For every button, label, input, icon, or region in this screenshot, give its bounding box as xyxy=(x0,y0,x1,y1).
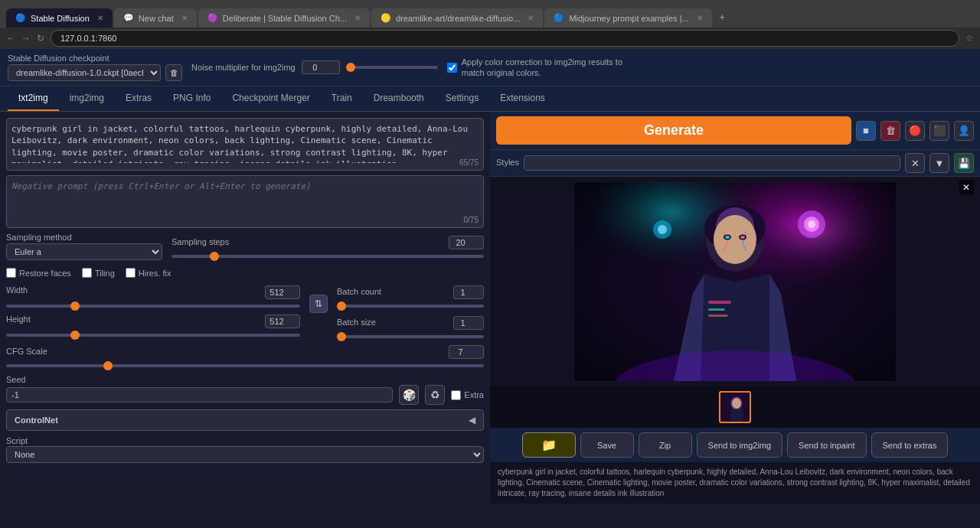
checkpoint-refresh-btn[interactable]: 🗑 xyxy=(165,64,182,81)
tiling-checkbox[interactable] xyxy=(82,268,92,278)
styles-dropdown-btn[interactable]: ▼ xyxy=(929,153,949,173)
tab-settings[interactable]: Settings xyxy=(435,86,489,111)
color-correction-checkbox[interactable] xyxy=(447,63,457,73)
prompt-counter: 65/75 xyxy=(459,158,479,167)
hires-fix-checkbox[interactable] xyxy=(126,268,136,278)
tab-title: Stable Diffusion xyxy=(31,14,90,23)
swap-dimensions-btn[interactable]: ⇅ xyxy=(309,295,328,313)
noise-slider[interactable] xyxy=(346,66,438,69)
height-slider[interactable] xyxy=(6,334,300,337)
tab-new-chat[interactable]: 💬 New chat ✕ xyxy=(114,8,197,28)
width-input[interactable] xyxy=(265,285,300,299)
reload-btn[interactable]: ↻ xyxy=(37,33,44,44)
seed-label: Seed xyxy=(6,375,26,384)
tab-favicon: 🟣 xyxy=(207,13,218,23)
tab-dreamlike[interactable]: 🟡 dreamlike-art/dreamlike-diffusio... ✕ xyxy=(371,8,543,28)
forward-btn[interactable]: → xyxy=(21,33,31,44)
tab-deliberate[interactable]: 🟣 Deliberate | Stable Diffusion Ch... ✕ xyxy=(198,8,370,28)
top-bar: Stable Diffusion checkpoint dreamlike-di… xyxy=(0,49,980,86)
extra-btn2[interactable]: ⬛ xyxy=(929,121,949,141)
sampling-steps-slider[interactable] xyxy=(172,255,484,258)
tab-favicon: 🔵 xyxy=(554,13,564,23)
styles-label: Styles xyxy=(496,158,519,167)
close-image-btn[interactable]: ✕ xyxy=(959,180,974,195)
extra-btn3[interactable]: 👤 xyxy=(954,121,974,141)
tab-title: New chat xyxy=(139,14,174,23)
bookmark-btn[interactable]: ☆ xyxy=(965,33,974,44)
noise-section: Noise multiplier for img2img xyxy=(191,60,438,74)
extra-checkbox-label[interactable]: Extra xyxy=(451,390,484,400)
tab-favicon: 💬 xyxy=(123,13,134,23)
color-correction-label: Apply color correction to img2img result… xyxy=(462,57,645,79)
controlnet-collapse-icon: ◀ xyxy=(469,415,475,425)
restore-faces-checkbox-label[interactable]: Restore faces xyxy=(6,268,71,278)
tab-close-btn[interactable]: ✕ xyxy=(697,14,703,22)
bottom-buttons: 📁 Save Zip Send to img2img Send to inpai… xyxy=(490,428,980,462)
noise-label: Noise multiplier for img2img xyxy=(191,63,296,72)
address-input[interactable] xyxy=(51,30,959,47)
tab-extensions[interactable]: Extensions xyxy=(489,86,556,111)
tab-stable-diffusion[interactable]: 🔵 Stable Diffusion ✕ xyxy=(6,8,113,28)
send-to-inpaint-btn[interactable]: Send to inpaint xyxy=(787,432,866,458)
open-folder-btn[interactable]: 📁 xyxy=(522,432,576,458)
script-select[interactable]: None xyxy=(6,446,484,463)
new-tab-btn[interactable]: + xyxy=(714,8,731,28)
sampling-method-select[interactable]: Euler a xyxy=(6,243,162,260)
zip-btn[interactable]: Zip xyxy=(639,432,692,458)
send-to-extras-btn[interactable]: Send to extras xyxy=(871,432,949,458)
tab-train[interactable]: Train xyxy=(321,86,363,111)
address-bar: ← → ↻ ☆ xyxy=(0,28,980,49)
negative-prompt-input[interactable] xyxy=(11,181,479,220)
trash-btn[interactable]: 🗑 xyxy=(880,121,900,141)
save-btn[interactable]: Save xyxy=(580,432,634,458)
extra-checkbox[interactable] xyxy=(451,390,461,400)
tab-img2img[interactable]: img2img xyxy=(59,86,115,111)
styles-clear-btn[interactable]: ✕ xyxy=(905,153,925,173)
styles-row: Styles ✕ ▼ 💾 xyxy=(490,150,980,177)
sampling-steps-input[interactable] xyxy=(449,236,484,249)
seed-dice-btn[interactable]: 🎲 xyxy=(399,385,419,405)
tab-extras[interactable]: Extras xyxy=(115,86,162,111)
extra-label: Extra xyxy=(464,390,484,399)
tiling-checkbox-label[interactable]: Tiling xyxy=(82,268,115,278)
height-input[interactable] xyxy=(265,315,300,328)
batch-size-input[interactable] xyxy=(453,316,484,330)
styles-save-btn[interactable]: 💾 xyxy=(954,153,974,173)
thumbnail-0[interactable] xyxy=(719,391,751,423)
noise-input[interactable] xyxy=(302,60,340,74)
send-to-img2img-btn[interactable]: Send to img2img xyxy=(697,432,783,458)
width-slider[interactable] xyxy=(6,305,300,308)
image-display-area: ✕ xyxy=(490,177,980,386)
tab-checkpoint-merger[interactable]: Checkpoint Merger xyxy=(221,86,320,111)
tab-dreambooth[interactable]: Dreambooth xyxy=(363,86,435,111)
tab-close-btn[interactable]: ✕ xyxy=(181,14,188,22)
extra-btn1[interactable]: 🔴 xyxy=(905,121,925,141)
left-panel: cyberpunk girl in jacket, colorful tatto… xyxy=(0,112,490,504)
tab-close-btn[interactable]: ✕ xyxy=(97,14,103,22)
caption-text: cyberpunk girl in jacket, colorful tatto… xyxy=(498,468,970,497)
tab-pnginfo[interactable]: PNG Info xyxy=(162,86,221,111)
batch-count-slider[interactable] xyxy=(337,305,484,308)
controlnet-bar[interactable]: ControlNet ◀ xyxy=(6,409,484,431)
seed-reuse-btn[interactable]: ♻ xyxy=(425,385,445,405)
tab-close-btn[interactable]: ✕ xyxy=(354,14,361,22)
tab-txt2img[interactable]: txt2img xyxy=(8,86,59,111)
interrupt-btn[interactable]: ■ xyxy=(856,121,876,141)
back-btn[interactable]: ← xyxy=(6,33,15,44)
seed-input[interactable] xyxy=(6,387,393,403)
prompt-input[interactable]: cyberpunk girl in jacket, colorful tatto… xyxy=(11,123,479,163)
restore-faces-checkbox[interactable] xyxy=(6,268,16,278)
right-col: Generate ■ 🗑 🔴 ⬛ 👤 Styles ✕ ▼ 💾 ✕ xyxy=(490,112,980,504)
tab-close-btn[interactable]: ✕ xyxy=(528,14,534,22)
checkpoint-select[interactable]: dreamlike-diffusion-1.0.ckpt [0aecbcfa2c… xyxy=(8,64,161,81)
batch-size-slider[interactable] xyxy=(337,335,484,338)
cfg-scale-slider[interactable] xyxy=(6,364,484,367)
cfg-scale-input[interactable] xyxy=(449,345,484,359)
styles-input[interactable] xyxy=(524,155,900,171)
prompt-box: cyberpunk girl in jacket, colorful tatto… xyxy=(6,118,484,171)
hires-fix-checkbox-label[interactable]: Hires. fix xyxy=(126,268,172,278)
batch-count-input[interactable] xyxy=(453,285,484,299)
script-label: Script xyxy=(6,436,28,445)
generate-btn[interactable]: Generate xyxy=(496,116,851,145)
tab-midjourney[interactable]: 🔵 Midjourney prompt examples |... ✕ xyxy=(544,8,711,28)
